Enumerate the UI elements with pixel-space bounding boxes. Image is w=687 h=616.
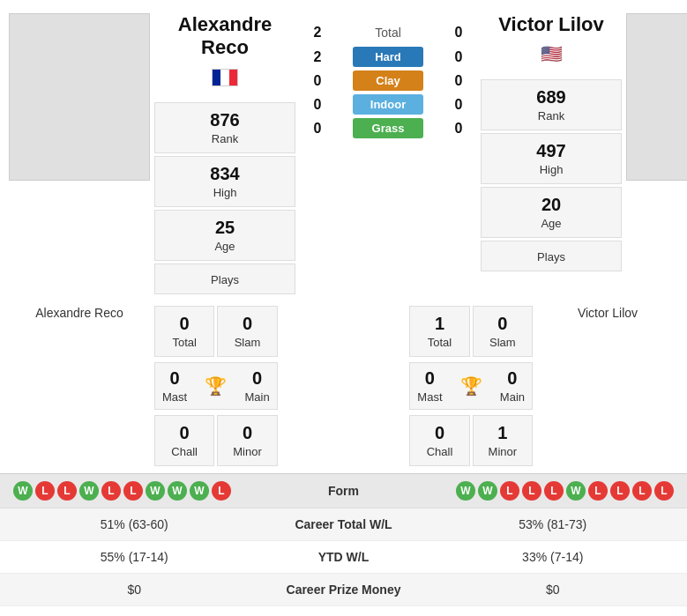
stats-right-value: 53% (81-73) [432, 517, 675, 531]
right-slam-value: 0 [482, 314, 523, 334]
stats-table-row: $0 Career Prize Money $0 [0, 574, 687, 606]
form-badge-left: W [13, 481, 33, 501]
form-section: WLLWLLWWWL Form WWLLLWLLLL [0, 473, 687, 508]
stats-left-value: 55% (17-14) [13, 550, 256, 564]
center-spacer [282, 306, 406, 469]
form-badge-left: L [101, 481, 121, 501]
right-chall-value: 0 [419, 423, 459, 443]
indoor-row: 0 Indoor 0 [300, 94, 476, 115]
hard-row: 2 Hard 0 [300, 47, 476, 67]
form-badge-right: L [544, 481, 564, 501]
total-row: 2 Total 0 [300, 22, 476, 43]
grass-label: Grass [353, 118, 423, 138]
stats-right-value: $0 [432, 583, 675, 597]
right-high-value: 497 [490, 141, 612, 161]
right-hard-score: 0 [445, 49, 472, 65]
total-label: Total [353, 22, 423, 43]
form-badge-left: W [146, 481, 165, 501]
stats-table-row: 55% (17-14) YTD W/L 33% (7-14) [0, 541, 687, 574]
right-player-photo [626, 13, 687, 181]
right-clay-score: 0 [445, 73, 472, 89]
form-badge-right: W [478, 481, 497, 501]
right-minor-label: Minor [482, 445, 523, 458]
stats-right-value: 33% (7-14) [432, 550, 675, 564]
form-badge-left: L [212, 481, 231, 501]
right-player-name-bottom: Victor Lilov [537, 306, 678, 469]
left-total-value: 0 [164, 314, 205, 334]
right-main-value: 0 [500, 368, 525, 389]
left-player-flag [212, 63, 238, 88]
right-slam-label: Slam [482, 336, 523, 349]
left-plays-box: Plays [154, 263, 295, 294]
right-rank-value: 689 [490, 87, 612, 108]
right-player-flag: 🇺🇸 [541, 41, 563, 65]
left-rank-box: 876 Rank [154, 102, 295, 153]
form-badge-left: W [190, 481, 209, 501]
right-rank-label: Rank [490, 109, 612, 122]
right-main-label: Main [500, 390, 525, 404]
form-badge-left: W [168, 481, 187, 501]
right-total-label: Total [419, 336, 459, 349]
left-high-label: High [164, 186, 286, 199]
right-indoor-score: 0 [445, 97, 472, 113]
form-badge-left: L [35, 481, 55, 501]
right-age-box: 20 Age [481, 187, 622, 238]
right-grass-score: 0 [445, 121, 472, 137]
form-badge-left: L [123, 481, 143, 501]
form-badge-right: L [500, 481, 519, 501]
left-slam-value: 0 [227, 314, 267, 334]
player-comparison-section: AlexandreReco 876 Rank 834 High 25 Age [0, 0, 687, 306]
bottom-player-names: Alexandre Reco 0 Total 0 Slam 0 Mast [0, 306, 687, 473]
left-trophy-icon: 🏆 [205, 375, 227, 397]
left-player-info: AlexandreReco 876 Rank 834 High 25 Age [154, 13, 295, 297]
left-chall-label: Chall [164, 445, 205, 458]
left-mast-label: Mast [162, 390, 187, 404]
form-badge-right: L [632, 481, 652, 501]
right-high-box: 497 High [481, 133, 622, 184]
form-badge-right: L [588, 481, 608, 501]
left-player-name-bottom: Alexandre Reco [9, 306, 150, 469]
stats-left-value: 51% (63-60) [13, 517, 256, 531]
left-minor-value: 0 [227, 423, 267, 443]
left-age-value: 25 [164, 218, 286, 238]
form-badge-left: W [79, 481, 99, 501]
left-clay-score: 0 [304, 73, 331, 89]
stats-table-row: 0 YTD Titles 0 [0, 606, 687, 616]
left-detail-stats: 0 Total 0 Slam 0 Mast 🏆 0 Ma [154, 306, 278, 469]
stats-center-label: Career Total W/L [256, 517, 432, 531]
left-minor-label: Minor [227, 445, 267, 458]
right-player-name: Victor Lilov [498, 13, 603, 36]
form-badge-right: L [610, 481, 630, 501]
right-player-info: Victor Lilov 🇺🇸 689 Rank 497 High 20 Age… [481, 13, 622, 274]
left-total-score: 2 [304, 25, 331, 41]
left-form-badges: WLLWLLWWWL [13, 481, 231, 501]
left-rank-value: 876 [164, 110, 286, 130]
left-high-box: 834 High [154, 156, 295, 207]
right-chall-label: Chall [419, 445, 459, 458]
left-hard-score: 2 [304, 49, 331, 65]
clay-row: 0 Clay 0 [300, 71, 476, 91]
left-plays-label: Plays [164, 273, 286, 286]
center-comparison: 2 Total 0 2 Hard 0 0 Clay 0 0 Indoor 0 [300, 13, 476, 142]
right-minor-value: 1 [482, 423, 523, 443]
stats-center-label: Career Prize Money [256, 583, 432, 597]
left-player-name: AlexandreReco [178, 13, 272, 59]
left-slam-label: Slam [227, 336, 267, 349]
left-mast-value: 0 [162, 368, 187, 389]
right-total-score: 0 [445, 25, 472, 41]
left-age-label: Age [164, 240, 286, 253]
left-indoor-score: 0 [304, 97, 331, 113]
left-player-photo [9, 13, 150, 181]
form-badge-left: L [57, 481, 77, 501]
right-high-label: High [490, 163, 612, 176]
right-age-label: Age [490, 217, 612, 230]
left-main-label: Main [244, 390, 269, 404]
right-total-value: 1 [419, 314, 459, 334]
right-form-badges: WWLLLWLLLL [456, 481, 674, 501]
left-rank-label: Rank [164, 132, 286, 145]
bottom-stats-table: 51% (63-60) Career Total W/L 53% (81-73)… [0, 508, 687, 616]
form-badge-right: W [456, 481, 475, 501]
right-detail-stats: 1 Total 0 Slam 0 Mast 🏆 0 Ma [409, 306, 533, 469]
hard-label: Hard [353, 47, 423, 67]
right-age-value: 20 [490, 195, 612, 215]
